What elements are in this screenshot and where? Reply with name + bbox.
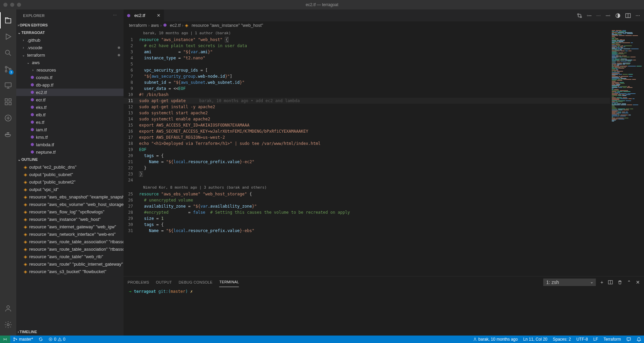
eol-status[interactable]: LF	[591, 337, 601, 342]
terminal[interactable]: → terragoat git:(master) ✗	[124, 288, 644, 336]
open-editors-section[interactable]: ›OPEN EDITORS	[16, 21, 124, 29]
tree-file[interactable]: ⬢elb.tf	[16, 111, 124, 118]
tab-output[interactable]: OUTPUT	[156, 278, 172, 287]
workspace-section[interactable]: ⌄TERRAGOAT	[16, 29, 124, 36]
symbol-icon: ◈	[24, 209, 27, 214]
sidebar-more-icon[interactable]: ⋯	[113, 13, 117, 18]
outline-section-header[interactable]: ⌄OUTLINE	[16, 156, 124, 163]
breadcrumb[interactable]: terraform › aws › ⬢ ec2.tf › ◈ resource …	[124, 21, 644, 29]
remote-explorer-icon[interactable]	[0, 77, 16, 94]
tree-folder[interactable]: ›.vscode	[16, 44, 124, 51]
close-tab-icon[interactable]: ✕	[157, 13, 160, 18]
svg-point-16	[7, 324, 9, 326]
tree-file[interactable]: ⬢es.tf	[16, 118, 124, 126]
tree-folder[interactable]: ›resources	[16, 66, 124, 74]
tree-file[interactable]: ⬢kms.tf	[16, 133, 124, 141]
outline-item[interactable]: ◈resource "aws_s3_bucket" "flowbucket"	[16, 268, 124, 275]
toggle-icon[interactable]	[615, 13, 621, 18]
tab-problems[interactable]: PROBLEMS	[128, 278, 149, 287]
workspace-label: TERRAGOAT	[21, 31, 45, 35]
tree-file[interactable]: ⬢eks.tf	[16, 103, 124, 111]
notifications-icon[interactable]	[634, 337, 644, 342]
split-editor-icon[interactable]	[625, 13, 631, 18]
codelens[interactable]: barak, 10 months ago | 1 author (barak)	[124, 30, 610, 36]
tab-ec2-tf[interactable]: ⬢ ec2.tf ✕	[124, 9, 164, 21]
close-panel-icon[interactable]: ✕	[636, 280, 640, 285]
search-icon[interactable]	[0, 45, 16, 61]
tree-file[interactable]: ⬢db-app.tf	[16, 81, 124, 89]
outline-item[interactable]: ◈resource "aws_flow_log" "vpcflowlogs"	[16, 208, 124, 215]
bottom-panel: PROBLEMS OUTPUT DEBUG CONSOLE TERMINAL 1…	[124, 276, 644, 336]
terraform-file-icon: ⬢	[163, 23, 167, 27]
git-next-icon[interactable]: ─◦	[606, 13, 610, 18]
outline-item[interactable]: ◈resource "aws_ebs_snapshot" "example_sn…	[16, 193, 124, 201]
outline-item[interactable]: ◈resource "aws_network_interface" "web-e…	[16, 230, 124, 238]
outline-tree: ◈output "ec2_public_dns"◈output "public_…	[16, 163, 124, 328]
inline-blame: barak, 10 months ago • add ec2 and lambd…	[199, 98, 300, 103]
svg-rect-5	[5, 99, 7, 101]
tree-file[interactable]: ⬢neptune.tf	[16, 148, 124, 156]
minimize-window-icon[interactable]	[10, 3, 14, 7]
git-prev-icon[interactable]: ◦─	[587, 13, 592, 18]
outline-item[interactable]: ◈resource "aws_route_table" "web_rtb"	[16, 253, 124, 260]
live-share-icon[interactable]	[0, 110, 16, 126]
symbol-icon: ◈	[24, 254, 27, 259]
docker-icon[interactable]	[0, 126, 16, 142]
run-debug-icon[interactable]	[0, 28, 16, 45]
encoding-status[interactable]: UTF-8	[574, 337, 591, 342]
tree-file[interactable]: ⬢ecr.tf	[16, 96, 124, 103]
outline-item[interactable]: ◈resource "aws_route_table_association" …	[16, 245, 124, 253]
symbol-icon: ◈	[24, 232, 27, 237]
explorer-icon[interactable]	[0, 12, 16, 28]
tab-terminal[interactable]: TERMINAL	[219, 277, 239, 287]
outline-item[interactable]: ◈output "ec2_public_dns"	[16, 163, 124, 171]
split-terminal-icon[interactable]	[608, 280, 613, 285]
outline-item[interactable]: ◈output "public_subnet2"	[16, 178, 124, 186]
tree-folder[interactable]: ⌄aws	[16, 59, 124, 66]
tree-file[interactable]: ⬢iam.tf	[16, 126, 124, 133]
feedback-icon[interactable]	[624, 337, 634, 342]
accounts-icon[interactable]	[0, 300, 16, 317]
maximize-panel-icon[interactable]: ⌃	[627, 280, 631, 285]
codelens[interactable]: Nimrod Kor, 8 months ago | 3 authors (ba…	[124, 185, 610, 191]
tab-debug-console[interactable]: DEBUG CONSOLE	[179, 278, 213, 287]
outline-item[interactable]: ◈resource "aws_route" "public_internet_g…	[16, 260, 124, 268]
breadcrumb-folder[interactable]: aws	[151, 23, 159, 28]
outline-item[interactable]: ◈resource "aws_ebs_volume" "web_host_sto…	[16, 201, 124, 208]
close-window-icon[interactable]	[3, 3, 7, 7]
cursor-position[interactable]: Ln 11, Col 20	[520, 337, 550, 342]
terminal-selector[interactable]: 1: zsh	[543, 279, 596, 286]
language-status[interactable]: Terraform	[601, 337, 624, 342]
tree-file[interactable]: ⬢ec2.tf	[16, 89, 124, 96]
extensions-icon[interactable]	[0, 94, 16, 110]
problems-status[interactable]: 0 0	[46, 336, 68, 343]
tree-file[interactable]: ⬢lambda.tf	[16, 141, 124, 148]
indentation-status[interactable]: Spaces: 2	[550, 337, 573, 342]
minimap[interactable]	[610, 29, 644, 276]
outline-item[interactable]: ◈resource "aws_route_table_association" …	[16, 238, 124, 245]
kill-terminal-icon[interactable]	[618, 280, 622, 285]
breadcrumb-folder[interactable]: terraform	[129, 23, 147, 28]
remote-indicator[interactable]	[0, 336, 10, 343]
tree-folder[interactable]: ⌄terraform	[16, 51, 124, 59]
new-terminal-icon[interactable]: +	[601, 280, 603, 285]
outline-item[interactable]: ◈resource "aws_instance" "web_host"	[16, 215, 124, 223]
symbol-icon: ◈	[24, 179, 27, 185]
tree-folder[interactable]: ›.github	[16, 36, 124, 44]
editor-more-icon[interactable]: ⋯	[636, 13, 640, 18]
timeline-section[interactable]: ›TIMELINE	[16, 328, 124, 336]
settings-gear-icon[interactable]	[0, 317, 16, 333]
breadcrumb-file[interactable]: ec2.tf	[170, 23, 181, 28]
outline-item[interactable]: ◈output "public_subnet"	[16, 171, 124, 178]
tree-file[interactable]: ⬢consts.tf	[16, 74, 124, 81]
outline-item[interactable]: ◈output "vpc_id"	[16, 186, 124, 193]
maximize-window-icon[interactable]	[17, 3, 21, 7]
git-compare-icon[interactable]	[577, 13, 582, 18]
code-editor[interactable]: barak, 10 months ago | 1 author (barak) …	[124, 29, 610, 276]
branch-status[interactable]: master*	[10, 336, 36, 343]
blame-status[interactable]: barak, 10 months ago	[470, 337, 520, 342]
breadcrumb-symbol[interactable]: resource "aws_instance" "web_host"	[192, 23, 263, 28]
source-control-icon[interactable]: 3	[0, 61, 16, 77]
outline-item[interactable]: ◈resource "aws_internet_gateway" "web_ig…	[16, 223, 124, 230]
sync-status[interactable]	[36, 336, 46, 343]
